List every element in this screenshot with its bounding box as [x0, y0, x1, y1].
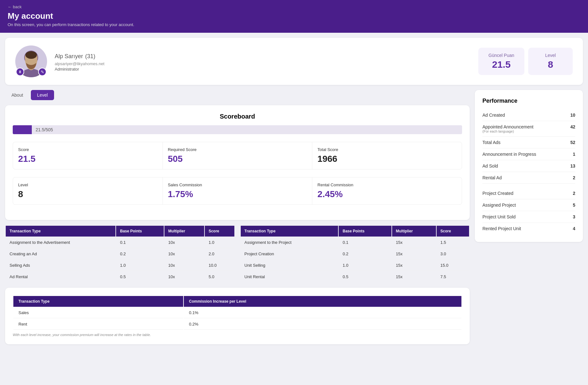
stat-sales-label: Sales Commission: [168, 182, 307, 187]
stat-required-value: 505: [168, 154, 307, 164]
perf-spacer: [482, 184, 575, 188]
progress-bar: 21.5/505: [13, 125, 462, 134]
guncel-puan-label: Güncel Puan: [488, 53, 514, 58]
tab-level[interactable]: Level: [31, 90, 54, 100]
table-row: Unit Rental0.515x7.5: [241, 272, 469, 282]
table-row: Assignment to the Advertisement0.110x1.0: [6, 237, 234, 248]
table-row: Assignment to the Project0.115x1.5: [241, 237, 469, 248]
profile-name: Alp Sarıyer (31): [55, 51, 471, 60]
table1-wrap: Transaction Type Base Points Multiplier …: [5, 225, 235, 283]
perf-value: 52: [570, 140, 575, 145]
table1-col-type: Transaction Type: [6, 226, 115, 237]
guncel-puan-value: 21.5: [488, 59, 514, 70]
stat-level-label: Level: [18, 182, 157, 187]
perf-row: Rental Ad2: [482, 172, 575, 184]
stat-total-score: Total Score 1966: [312, 142, 462, 169]
table1-col-mult: Multiplier: [164, 226, 204, 237]
scoreboard-card: Scoreboard 21.5/505 Score 21.5 Required …: [5, 105, 470, 220]
stats-grid-2: Level 8 Sales Commission 1.75% Rental Co…: [13, 177, 462, 205]
progress-bg: 21.5/505: [32, 125, 462, 134]
tab-about[interactable]: About: [5, 90, 30, 100]
perf-row: Rented Project Unit4: [482, 223, 575, 234]
perf-value: 42: [570, 124, 575, 133]
table-row: Creating an Ad0.210x2.0: [6, 249, 234, 259]
edit-avatar-button[interactable]: ✎: [38, 68, 46, 76]
perf-label: Total Ads: [482, 140, 501, 145]
stat-rental-label: Rental Commission: [317, 182, 457, 187]
table-row: Selling Ads1.010x10.0: [6, 260, 234, 271]
back-button[interactable]: ← back: [8, 4, 580, 9]
performance-title: Performance: [482, 98, 575, 104]
perf-row: Total Ads52: [482, 137, 575, 148]
stats-grid-1: Score 21.5 Required Score 505 Total Scor…: [13, 142, 462, 169]
perf-row: Appointed Announcement(For each language…: [482, 121, 575, 137]
tab-bar: About Level: [5, 90, 470, 100]
profile-info: Alp Sarıyer (31) alpsariyer@likyahomes.n…: [55, 51, 471, 72]
perf-row: Project Unit Sold3: [482, 211, 575, 223]
stat-score: Score 21.5: [13, 142, 163, 169]
stat-total-label: Total Score: [317, 147, 457, 152]
stat-score-label: Score: [18, 147, 157, 152]
page-title: My account: [8, 11, 580, 21]
perf-label: Rented Project Unit: [482, 226, 521, 231]
profile-card: 8 ✎ Alp Sarıyer (31) alpsariyer@likyahom…: [5, 38, 583, 85]
level-card: Level 8: [528, 48, 573, 75]
table-row: Project Creation0.215x3.0: [241, 249, 469, 259]
performance-rows: Ad Created10Appointed Announcement(For e…: [482, 109, 575, 234]
perf-label: Ad Sold: [482, 163, 498, 168]
perf-row: Ad Sold13: [482, 160, 575, 172]
score-cards: Güncel Puan 21.5 Level 8: [478, 48, 573, 75]
performance-card: Performance Ad Created10Appointed Announ…: [475, 90, 583, 242]
avatar-wrap: 8 ✎: [15, 45, 47, 77]
stat-total-value: 1966: [317, 154, 457, 164]
table1-col-score: Score: [205, 226, 234, 237]
commission-table: Transaction Type Commission Increase per…: [13, 295, 462, 330]
stat-level-value: 8: [18, 189, 157, 199]
table2-col-bp: Base Points: [339, 226, 391, 237]
perf-label: Announcement in Progress: [482, 152, 536, 157]
table2-wrap: Transaction Type Base Points Multiplier …: [240, 225, 470, 283]
perf-value: 4: [573, 226, 575, 231]
perf-value: 2: [573, 191, 575, 196]
stat-level: Level 8: [13, 177, 163, 204]
stat-rental-value: 2.45%: [317, 189, 457, 199]
perf-row: Ad Created10: [482, 109, 575, 121]
progress-fill: [13, 125, 32, 134]
level-label: Level: [538, 53, 563, 58]
stat-score-value: 21.5: [18, 154, 157, 164]
svg-point-3: [25, 51, 37, 59]
stat-sales-value: 1.75%: [168, 189, 307, 199]
stat-rental-commission: Rental Commission 2.45%: [312, 177, 462, 204]
perf-label: Project Unit Sold: [482, 214, 515, 219]
perf-value: 13: [570, 163, 575, 168]
guncel-puan-card: Güncel Puan 21.5: [478, 48, 524, 75]
page-subtitle: On this screen, you can perform transact…: [8, 22, 580, 27]
header: ← back My account On this screen, you ca…: [0, 0, 588, 33]
table-row: Sales0.1%: [13, 307, 461, 318]
table1-col-bp: Base Points: [116, 226, 164, 237]
table2-col-mult: Multiplier: [392, 226, 436, 237]
progress-label: 21.5/505: [36, 127, 53, 132]
commission-col-increase: Commission Increase per Level: [184, 296, 461, 307]
table1: Transaction Type Base Points Multiplier …: [5, 225, 235, 283]
perf-value: 3: [573, 214, 575, 219]
perf-label: Assigned Project: [482, 203, 516, 208]
scoreboard-title: Scoreboard: [13, 113, 462, 120]
perf-row: Assigned Project5: [482, 199, 575, 211]
perf-row: Project Created2: [482, 188, 575, 199]
profile-email: alpsariyer@likyahomes.net: [55, 61, 471, 66]
table-row: Unit Selling1.015x15.0: [241, 260, 469, 271]
perf-row: Announcement in Progress1: [482, 148, 575, 160]
right-panel: Performance Ad Created10Appointed Announ…: [475, 90, 583, 349]
perf-value: 2: [573, 175, 575, 180]
stat-sales-commission: Sales Commission 1.75%: [163, 177, 312, 204]
level-badge: 8: [16, 68, 24, 76]
perf-label: Ad Created: [482, 113, 505, 118]
commission-footnote: With each level increase, your commissio…: [13, 333, 462, 337]
stat-required-label: Required Score: [168, 147, 307, 152]
table2-col-score: Score: [437, 226, 469, 237]
table-row: Ad Rental0.510x5.0: [6, 272, 234, 282]
level-value: 8: [538, 59, 563, 70]
perf-value: 5: [573, 203, 575, 208]
table-row: Rent0.2%: [13, 319, 461, 330]
